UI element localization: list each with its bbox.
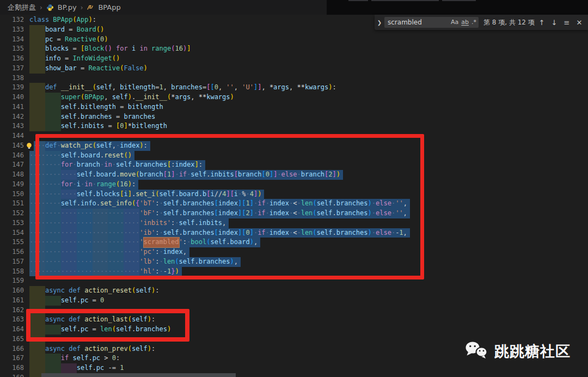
line-number[interactable]: 164 [0, 325, 24, 335]
line-number[interactable]: 169 [0, 373, 24, 377]
line-number[interactable]: 161 [0, 296, 24, 306]
line-number[interactable]: 141 [0, 102, 24, 112]
code-line[interactable]: 138 [0, 74, 588, 83]
line-number[interactable]: 135 [0, 44, 24, 54]
code-line[interactable]: 160 async def action_reset(self): [0, 286, 588, 296]
line-number[interactable]: 134 [0, 35, 24, 45]
line-number[interactable]: 167 [0, 354, 24, 363]
annotation-box-watch-pc [35, 134, 424, 279]
match-case-toggle[interactable]: Aa [451, 17, 458, 28]
line-number[interactable]: 137 [0, 64, 24, 74]
line-number[interactable]: 146 [0, 151, 24, 161]
whole-word-toggle[interactable]: ab [461, 17, 469, 28]
vscode-window: 企鹅拼盘 › BP.py › BPApp ❯ scrambled A [0, 0, 588, 377]
code-text: pc = Reactive(0) [29, 35, 108, 45]
python-file-icon [46, 4, 54, 11]
find-toggles: Aa ab .* [451, 17, 476, 28]
find-match-count: 第 8 项, 共 12 项 [483, 18, 535, 27]
class-symbol-icon [87, 4, 94, 11]
line-number[interactable]: 148 [0, 170, 24, 180]
code-line[interactable]: 136 info = InfoWidget() [0, 54, 588, 64]
code-line[interactable]: 161 self.pc = 0 [0, 296, 588, 306]
line-number[interactable]: 149 [0, 180, 24, 190]
code-text: async def action_prev(self): [29, 344, 155, 354]
breadcrumb-item-folder[interactable]: 企鹅拼盘 [8, 3, 36, 13]
code-text: board = Board() [29, 25, 104, 35]
line-number[interactable]: 152 [0, 209, 24, 218]
breadcrumb-item-symbol[interactable]: BPApp [98, 3, 120, 11]
code-line[interactable]: 139 def __init__(self, bitlength=1, bran… [0, 83, 588, 93]
wechat-logo-icon [464, 340, 489, 362]
line-number[interactable]: 162 [0, 306, 24, 315]
code-text: self.bitlength = bitlength [29, 102, 163, 112]
chevron-right-icon: › [40, 4, 42, 11]
line-number[interactable]: 133 [0, 25, 24, 35]
code-line[interactable]: 142 self.branches = branches [0, 112, 588, 122]
tab-strip-area [327, 0, 588, 15]
code-text: info = InfoWidget() [29, 54, 120, 64]
next-match-button[interactable]: ↓ [549, 19, 560, 27]
line-number[interactable]: 142 [0, 112, 24, 122]
line-number[interactable]: 156 [0, 247, 24, 257]
line-number[interactable]: 145 [0, 141, 24, 151]
line-number[interactable]: 132 [0, 15, 24, 25]
code-text: self.pc = 0 [29, 296, 104, 306]
code-text: class BPApp(App): [29, 15, 96, 25]
breadcrumb-item-file[interactable]: BP.py [58, 3, 77, 11]
code-text: self.inbits = [0]*bitlength [29, 121, 167, 131]
horizontal-scrollbar-thumb[interactable] [41, 373, 236, 377]
line-number[interactable]: 138 [0, 74, 24, 83]
line-number[interactable]: 166 [0, 344, 24, 354]
code-line[interactable]: 134 pc = Reactive(0) [0, 35, 588, 45]
line-number[interactable]: 159 [0, 276, 24, 286]
code-line[interactable]: 140 super(BPApp, self).__init__(*args, *… [0, 93, 588, 102]
code-text: blocks = [Block() for i in range(16)] [29, 44, 191, 54]
line-number[interactable]: 158 [0, 267, 24, 277]
toggle-replace-chevron-icon[interactable]: ❯ [376, 20, 383, 26]
line-number[interactable]: 163 [0, 315, 24, 325]
tab-separator [442, 0, 476, 1]
line-number[interactable]: 160 [0, 286, 24, 296]
code-text: self.pc -= 1 [29, 363, 124, 373]
breadcrumb: 企鹅拼盘 › BP.py › BPApp [8, 0, 121, 15]
line-number[interactable]: 150 [0, 190, 24, 199]
breadcrumb-bar: 企鹅拼盘 › BP.py › BPApp [0, 0, 588, 15]
line-number[interactable]: 140 [0, 93, 24, 102]
regex-toggle[interactable]: .* [471, 17, 476, 28]
close-find-button[interactable]: ✕ [574, 19, 585, 27]
find-query-text[interactable]: scrambled [388, 19, 422, 26]
find-input[interactable]: scrambled Aa ab .* [384, 17, 479, 28]
previous-match-button[interactable]: ↑ [536, 19, 547, 27]
code-line[interactable]: 135 blocks = [Block() for i in range(16)… [0, 44, 588, 54]
line-number[interactable]: 151 [0, 199, 24, 209]
line-number[interactable]: 143 [0, 121, 24, 131]
tab-separator [348, 0, 368, 1]
line-number[interactable]: 139 [0, 83, 24, 93]
watermark: 跳跳糖社区 [464, 340, 571, 362]
find-widget: ❯ scrambled Aa ab .* 第 8 项, 共 12 项 ↑ ↓ ≡… [375, 15, 588, 30]
find-in-selection-button[interactable]: ≡ [561, 19, 572, 27]
line-number[interactable]: 157 [0, 257, 24, 267]
code-text: async def action_reset(self): [29, 286, 160, 296]
code-line[interactable]: 141 self.bitlength = bitlength [0, 102, 588, 112]
annotation-box-action-last [26, 309, 189, 342]
line-number[interactable]: 147 [0, 160, 24, 170]
line-number[interactable]: 154 [0, 228, 24, 238]
code-line[interactable]: 137 show_bar = Reactive(False) [0, 64, 588, 74]
watermark-text: 跳跳糖社区 [494, 342, 571, 361]
lightbulb-icon[interactable] [24, 141, 34, 151]
line-number[interactable]: 144 [0, 131, 24, 141]
code-text: self.branches = branches [29, 112, 155, 122]
line-number[interactable]: 136 [0, 54, 24, 64]
find-nav-buttons: ↑ ↓ ≡ ✕ [536, 19, 585, 27]
code-text: def __init__(self, bitlength=1, branches… [29, 83, 336, 93]
line-number[interactable]: 165 [0, 335, 24, 344]
code-text: super(BPApp, self).__init__(*args, **kwa… [29, 93, 234, 102]
code-line[interactable]: 143 self.inbits = [0]*bitlength [0, 121, 588, 131]
line-number[interactable]: 155 [0, 238, 24, 247]
chevron-right-icon: › [81, 4, 83, 11]
line-number[interactable]: 153 [0, 218, 24, 228]
line-number[interactable]: 168 [0, 363, 24, 373]
code-line[interactable]: 168 self.pc -= 1 [0, 363, 588, 373]
tab-separator [371, 0, 439, 1]
